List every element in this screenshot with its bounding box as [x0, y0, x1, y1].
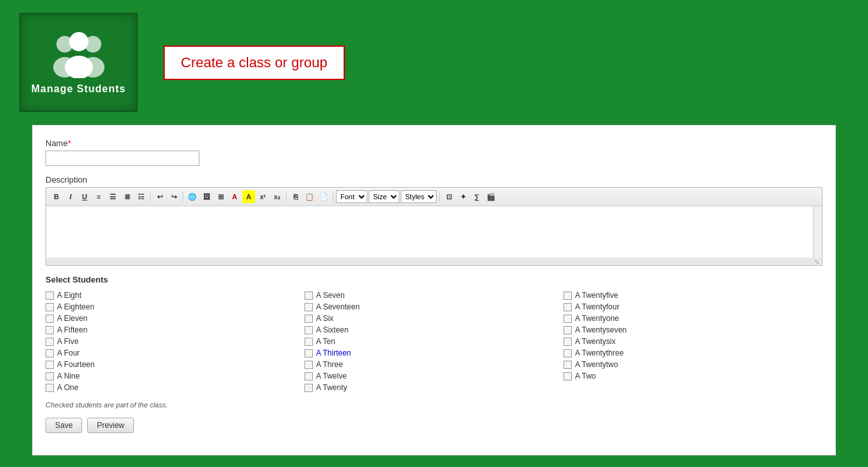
student-checkbox[interactable]	[563, 349, 572, 357]
paste-button[interactable]: 📋	[303, 190, 316, 203]
student-checkbox[interactable]	[563, 326, 572, 334]
list-item: A Twentysix	[563, 336, 822, 347]
list-item: A Twentytwo	[563, 359, 822, 370]
font-select[interactable]: Font	[336, 190, 367, 203]
editor-body[interactable]	[46, 206, 822, 258]
student-checkbox[interactable]	[305, 361, 313, 369]
student-checkbox[interactable]	[305, 291, 313, 300]
list-item: A Six	[305, 313, 563, 324]
save-button[interactable]: Save	[46, 418, 82, 433]
undo-button[interactable]: ↩	[153, 190, 166, 203]
student-checkbox[interactable]	[563, 315, 572, 323]
italic-button[interactable]: I	[64, 190, 77, 203]
student-checkbox[interactable]	[563, 338, 572, 346]
toolbar-sep-2	[183, 192, 183, 202]
student-name: A Four	[57, 348, 79, 357]
media-button[interactable]: 🎬	[485, 190, 497, 203]
student-name: A Fifteen	[57, 325, 87, 334]
student-checkbox[interactable]	[305, 349, 313, 357]
formula-button[interactable]: ∑	[471, 190, 483, 203]
list-item: A Seventeen	[305, 301, 563, 313]
student-name: A Five	[57, 337, 78, 346]
student-checkbox[interactable]	[46, 372, 54, 381]
list-button[interactable]: ☷	[135, 190, 147, 203]
align-left-button[interactable]: ≡	[92, 190, 105, 203]
paste-text-button[interactable]: 📄	[317, 190, 330, 203]
student-name: A Twentytwo	[575, 360, 618, 369]
list-item: A Five	[46, 336, 305, 347]
student-checkbox[interactable]	[46, 349, 54, 357]
underline-button[interactable]: U	[78, 190, 91, 203]
image-button[interactable]: 🖼	[200, 190, 213, 203]
student-checkbox[interactable]	[46, 326, 54, 334]
redo-button[interactable]: ↪	[167, 190, 180, 203]
styles-select[interactable]: Styles	[401, 190, 437, 203]
select-students-group: Select Students A Eight A Eighteen A Ele…	[46, 275, 822, 433]
list-item: A Twentyseven	[563, 324, 822, 336]
list-item: A Fourteen	[46, 359, 305, 370]
description-label: Description	[46, 175, 822, 184]
list-item: A Two	[563, 370, 822, 382]
student-name: A Six	[316, 314, 333, 323]
bold-button[interactable]: B	[50, 190, 63, 203]
page-title: Create a class or group	[181, 54, 328, 71]
list-item: A Ten	[305, 336, 563, 347]
editor-toolbar: B I U ≡ ☰ ≣ ☷ ↩ ↪ 🌐 🖼 ⊞ A A x² x₂ ⎘	[46, 188, 822, 206]
student-name: A Eight	[57, 291, 81, 300]
student-checkbox[interactable]	[305, 326, 313, 334]
student-checkbox[interactable]	[46, 384, 54, 392]
editor-scrollbar[interactable]	[813, 206, 822, 258]
student-checkbox[interactable]	[563, 361, 572, 369]
list-item: A Twelve	[305, 370, 563, 382]
name-label: Name*	[46, 138, 822, 148]
align-center-button[interactable]: ☰	[106, 190, 119, 203]
student-checkbox[interactable]	[46, 303, 54, 311]
source-button[interactable]: ⊡	[442, 190, 455, 203]
toolbar-sep-3	[286, 192, 287, 202]
student-name: A Two	[575, 372, 596, 381]
list-item: A Twentythree	[563, 347, 822, 359]
highlight-button[interactable]: A	[242, 190, 255, 203]
student-checkbox[interactable]	[305, 315, 313, 323]
student-name: A Twentyfour	[575, 302, 619, 311]
student-checkbox[interactable]	[563, 303, 572, 311]
magic-button[interactable]: ✦	[456, 190, 469, 203]
student-checkbox[interactable]	[46, 291, 54, 300]
preview-button[interactable]: Preview	[87, 418, 134, 433]
student-checkbox[interactable]	[563, 291, 572, 300]
list-item: A Twentyone	[563, 313, 822, 324]
list-item: A Sixteen	[305, 324, 563, 336]
editor-container: B I U ≡ ☰ ≣ ☷ ↩ ↪ 🌐 🖼 ⊞ A A x² x₂ ⎘	[46, 187, 822, 266]
list-item: A Twentyfour	[563, 301, 822, 313]
checked-note: Checked students are part of the class.	[46, 401, 822, 409]
size-select[interactable]: Size	[369, 190, 399, 203]
student-checkbox[interactable]	[305, 303, 313, 311]
student-checkbox[interactable]	[563, 372, 572, 381]
name-input[interactable]	[46, 151, 199, 166]
student-checkbox[interactable]	[305, 384, 313, 392]
student-name: A Nine	[57, 372, 79, 381]
student-checkbox[interactable]	[46, 338, 54, 346]
student-name: A Three	[316, 360, 343, 369]
student-name: A Twelve	[316, 372, 347, 381]
link-button[interactable]: 🌐	[186, 190, 199, 203]
list-item: A Fifteen	[46, 324, 305, 336]
color-button[interactable]: A	[228, 190, 241, 203]
copy-button[interactable]: ⎘	[289, 190, 302, 203]
svg-point-5	[65, 56, 93, 78]
student-name: A Twenty	[316, 383, 347, 392]
student-checkbox[interactable]	[305, 372, 313, 381]
student-checkbox[interactable]	[46, 361, 54, 369]
student-name: A Twentyfive	[575, 291, 618, 300]
form-buttons: Save Preview	[46, 418, 822, 433]
align-right-button[interactable]: ≣	[121, 190, 133, 203]
subscript-button[interactable]: x₂	[271, 190, 283, 203]
student-name: A Twentyone	[575, 314, 619, 323]
student-checkbox[interactable]	[305, 338, 313, 346]
table-button[interactable]: ⊞	[214, 190, 227, 203]
students-col2: A Seven A Seventeen A Six A Sixteen A Te…	[305, 290, 563, 393]
student-checkbox[interactable]	[46, 315, 54, 323]
student-name: A Fourteen	[57, 360, 95, 369]
list-item: A Twentyfive	[563, 290, 822, 301]
superscript-button[interactable]: x²	[256, 190, 269, 203]
